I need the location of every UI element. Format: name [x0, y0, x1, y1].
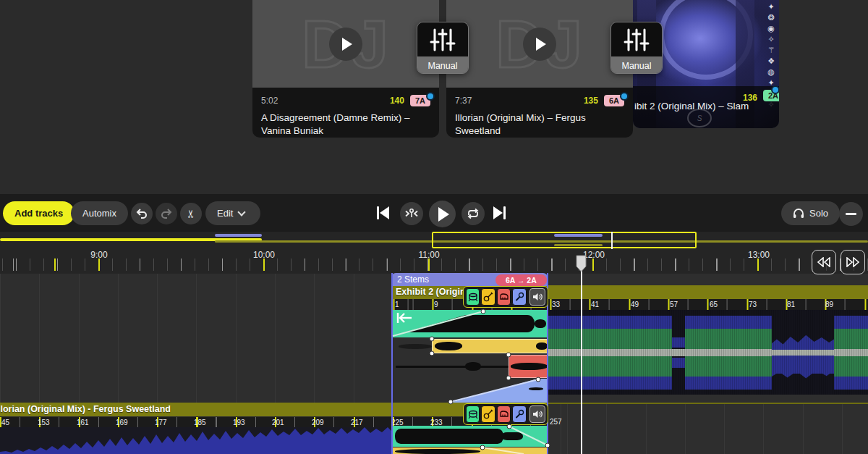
edit-menu-button[interactable]: Edit: [205, 201, 260, 225]
fade-node[interactable]: [430, 351, 435, 356]
undo-button[interactable]: [131, 203, 153, 224]
track-card-a-disagreement[interactable]: DJ 5:02 140 7A A Disagreement (Damne Rem…: [252, 0, 439, 138]
skip-to-start-button[interactable]: [377, 206, 389, 219]
label-logo-icon: S: [687, 109, 712, 127]
redo-icon: [161, 209, 172, 219]
fast-forward-button[interactable]: [841, 250, 865, 274]
stem-lane-bass[interactable]: [393, 339, 548, 353]
waveform-exhibit[interactable]: [548, 310, 868, 395]
beat-label: 217: [351, 419, 363, 426]
zoom-out-button[interactable]: [839, 202, 863, 226]
rewind-button[interactable]: [812, 250, 836, 274]
jump-to-playhead-button[interactable]: [400, 202, 423, 225]
fade-node[interactable]: [448, 400, 454, 405]
skip-to-end-button[interactable]: [493, 206, 506, 219]
beat-label-end: 257: [550, 418, 562, 426]
fade-node[interactable]: [507, 424, 512, 429]
time-label: 10:00: [253, 250, 275, 260]
stems-block-label: 2 Stems: [397, 274, 429, 285]
add-tracks-button[interactable]: Add tracks: [3, 201, 75, 225]
transition-button-1[interactable]: Manual: [417, 22, 469, 74]
track-titlebar-exhibit[interactable]: [548, 285, 868, 299]
play-preview-button[interactable]: [329, 28, 362, 61]
lock-icon[interactable]: [620, 92, 629, 101]
timeline-canvas[interactable]: 1 9 33 41 49 57 65 73 81 89: [0, 274, 868, 454]
timeline-ruler[interactable]: 9:00 10:00 11:00 12:00 13:00: [0, 249, 868, 274]
transition-label: Manual: [611, 56, 662, 74]
bass-stem-button[interactable]: [481, 288, 495, 306]
fade-node[interactable]: [481, 309, 486, 314]
fade-node[interactable]: [506, 353, 511, 358]
play-button[interactable]: [429, 201, 456, 227]
beat-label: 201: [272, 419, 284, 426]
split-button[interactable]: ✂: [180, 203, 202, 224]
playhead-line[interactable]: [581, 271, 582, 454]
fade-node[interactable]: [545, 443, 550, 448]
lock-icon[interactable]: [426, 92, 435, 101]
microphone-icon: [514, 409, 524, 419]
beat-label: 9: [434, 300, 438, 308]
play-icon: [438, 207, 449, 222]
track-info: 5:02 140 7A A Disagreement (Damne Remix)…: [252, 88, 439, 138]
track-title: A Disagreement (Damne Remix) – Vanina Bu…: [261, 112, 430, 138]
speaker-icon: [532, 410, 542, 419]
track-card-illorian[interactable]: DJ 7:37 135 6A Illorian (Original Mix) –…: [446, 0, 633, 138]
piano-icon: [499, 409, 509, 419]
beat-label: 177: [155, 419, 167, 426]
beat-label: 1: [395, 300, 399, 308]
bass-stem-button[interactable]: [481, 405, 495, 423]
fade-node[interactable]: [430, 337, 435, 342]
beat-label: 89: [825, 300, 833, 308]
melody-stem-button[interactable]: [497, 405, 511, 423]
vocal-stem-button[interactable]: [512, 405, 526, 423]
fast-forward-icon: [846, 257, 860, 267]
solo-label: Solo: [809, 208, 828, 219]
mute-stem-button[interactable]: [529, 288, 545, 306]
faders-icon: [611, 22, 662, 56]
beat-label: 169: [116, 419, 128, 426]
redo-button[interactable]: [156, 203, 177, 224]
automix-button[interactable]: Automix: [71, 201, 128, 225]
play-icon: [536, 38, 546, 51]
chevron-down-icon: [238, 208, 246, 216]
dj-studio-app: ✦❂◉✧⚚❖◍✦♆✧ 136 2A ibit 2 (Original Mix) …: [0, 0, 868, 454]
drum-icon: [468, 409, 478, 419]
beat-label: 57: [670, 300, 678, 308]
waveform-illorian[interactable]: [0, 427, 391, 454]
overview-playhead[interactable]: [611, 232, 613, 249]
overview-transition-1: [215, 234, 262, 237]
overview-viewport[interactable]: [432, 232, 697, 248]
rewind-icon: [817, 257, 831, 267]
fade-node[interactable]: [506, 376, 511, 381]
stem-lane-melody[interactable]: [393, 355, 548, 378]
key-change-badge[interactable]: 6A → 2A: [495, 274, 547, 286]
track-title: llorian (Original Mix) - Fergus Sweetlan…: [0, 404, 171, 414]
time-label: 13:00: [748, 250, 770, 260]
vocal-stem-button[interactable]: [512, 288, 526, 306]
play-icon: [342, 38, 352, 51]
microphone-icon: [514, 292, 524, 302]
fade-node[interactable]: [480, 445, 485, 450]
play-preview-button[interactable]: [523, 28, 556, 61]
lock-icon[interactable]: [771, 85, 779, 94]
piano-icon: [499, 292, 509, 302]
transition-button-2[interactable]: Manual: [610, 22, 663, 74]
drums-stem-button[interactable]: [466, 405, 480, 423]
playhead-handle[interactable]: [576, 255, 587, 275]
stem-lane-drums[interactable]: [393, 310, 548, 337]
stem-lane-vocal[interactable]: [393, 379, 548, 403]
toolbar: Add tracks Automix ✂ Edit: [0, 194, 868, 232]
loop-button[interactable]: [461, 202, 485, 225]
melody-stem-button[interactable]: [497, 288, 511, 306]
stem-lane-drums-illorian[interactable]: [393, 426, 548, 447]
time-label: 9:00: [90, 250, 107, 260]
duration: 5:02: [261, 96, 278, 106]
stem-lane-bass-illorian[interactable]: [393, 447, 548, 454]
drums-stem-button[interactable]: [466, 288, 480, 306]
mix-overview[interactable]: [0, 232, 868, 249]
fade-node[interactable]: [536, 377, 541, 382]
skip-intro-icon[interactable]: [396, 312, 413, 324]
stem-toolbar-exhibit: [463, 286, 548, 308]
solo-button[interactable]: Solo: [781, 201, 840, 225]
mute-stem-button[interactable]: [529, 405, 545, 423]
